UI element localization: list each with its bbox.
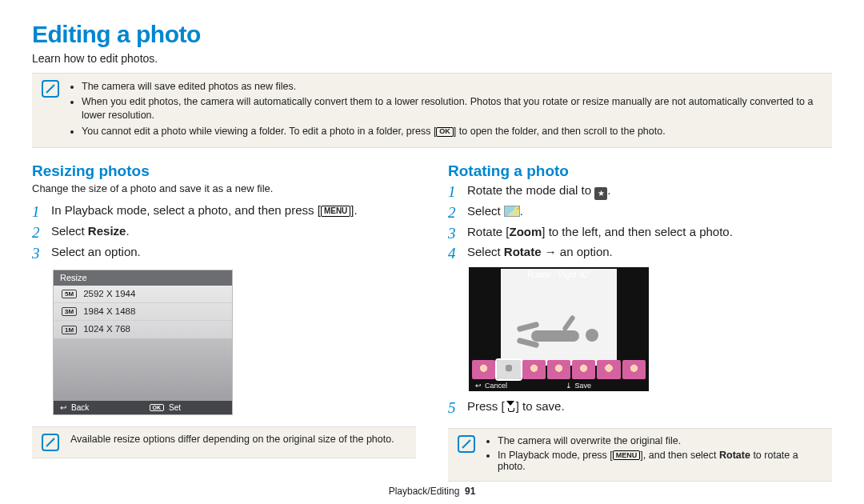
resize-option: 1024 X 768 <box>83 324 130 334</box>
set-label: Set <box>169 403 181 413</box>
notice-item: You cannot edit a photo while viewing a … <box>82 125 822 138</box>
step-number: 2 <box>448 204 459 222</box>
ok-button-icon: OK <box>150 404 165 412</box>
step-number: 2 <box>32 224 43 242</box>
menu-button-icon: MENU <box>613 450 641 461</box>
step-text: Rotate [Zoom] to the left, and then sele… <box>467 225 733 238</box>
note-icon <box>42 434 59 451</box>
step-text: Select an option. <box>51 245 141 258</box>
notice-box: The camera will save edited photos as ne… <box>32 73 832 149</box>
rotate-preview <box>501 269 617 366</box>
back-icon: ↩ <box>60 403 66 413</box>
back-icon: ↩ <box>475 382 482 390</box>
step-text: Select Rotate → an option. <box>467 245 613 258</box>
mode-dial-icon: ★ <box>594 187 607 200</box>
page-footer: Playback/Editing 91 <box>0 486 864 498</box>
page-title: Editing a photo <box>32 21 832 49</box>
rotate-thumbnails <box>472 360 646 379</box>
resize-panel-mock: Resize 5M2592 X 1944 3M1984 X 1488 1M102… <box>53 270 233 415</box>
step-text: Rotate the mode dial to ★. <box>467 183 610 200</box>
size-tag-icon: 3M <box>62 307 77 316</box>
step-number: 1 <box>32 203 43 221</box>
resize-option: 2592 X 1944 <box>83 289 135 299</box>
menu-button-icon: MENU <box>321 206 350 217</box>
notice-item: The camera will save edited photos as ne… <box>82 80 822 94</box>
step-number: 3 <box>32 245 43 262</box>
note-icon <box>458 435 475 453</box>
notice-item: When you edit photos, the camera will au… <box>82 95 822 122</box>
page-subtitle: Learn how to edit photos. <box>32 52 832 65</box>
cancel-label: Cancel <box>485 382 507 390</box>
save-label: Save <box>575 382 592 390</box>
save-icon: ⤓ <box>566 382 572 390</box>
tip-text: Available resize options differ dependin… <box>70 434 394 445</box>
resize-option: 1984 X 1488 <box>83 306 135 317</box>
size-tag-icon: 1M <box>62 326 77 334</box>
step-number: 3 <box>448 225 459 242</box>
save-down-icon <box>505 401 516 412</box>
step-text: In Playback mode, select a photo, and th… <box>51 203 358 217</box>
size-tag-icon: 5M <box>62 290 77 298</box>
ok-button-icon: OK <box>436 127 454 137</box>
section-heading-resizing: Resizing photos <box>32 162 416 180</box>
step-text: Press [] to save. <box>467 399 565 413</box>
step-number: 1 <box>448 183 459 201</box>
resize-mode-icon <box>504 206 520 217</box>
panel-title: Resize <box>54 270 232 286</box>
back-label: Back <box>71 403 89 413</box>
note-icon <box>42 80 59 98</box>
rotate-title: Rotate : Right 90˚ <box>469 270 649 280</box>
section-heading-rotating: Rotating a photo <box>448 162 832 180</box>
tip-text: In Playback mode, press [MENU], and then… <box>498 450 822 473</box>
step-text: Select . <box>467 204 523 218</box>
step-text: Select Resize. <box>51 224 130 238</box>
step-number: 5 <box>448 399 459 417</box>
step-number: 4 <box>448 245 459 262</box>
section-subtext: Change the size of a photo and save it a… <box>32 183 416 195</box>
rotate-panel-mock: Rotate : Right 90˚ ↩Cancel ⤓Save <box>469 267 649 391</box>
tip-text: The camera will overwrite the original f… <box>498 435 822 446</box>
